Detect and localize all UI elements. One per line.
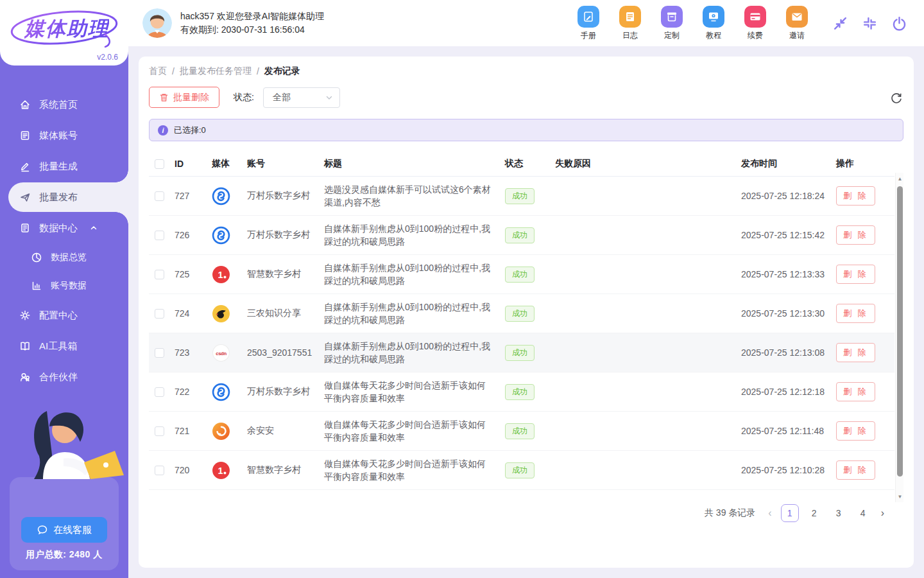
- table-row: 721余安安做自媒体每天花多少时间合适新手该如何平衡内容质量和效率成功2025-…: [149, 412, 894, 451]
- page-button-3[interactable]: 3: [830, 504, 848, 522]
- cell-publish-time: 2025-07-25 12:12:18: [736, 387, 831, 397]
- breadcrumb-separator: /: [172, 66, 175, 76]
- vertical-scrollbar[interactable]: ▲ ▼: [895, 173, 903, 502]
- delete-button[interactable]: 删 除: [836, 343, 875, 362]
- row-checkbox[interactable]: [155, 309, 164, 319]
- sidebar-item-账号数据[interactable]: 账号数据: [0, 272, 128, 299]
- logo-card: 媒体助理 v2.0.6: [0, 0, 128, 66]
- total-users-text: 用户总数: 2480 人: [10, 549, 119, 561]
- pagination: 共 39 条记录 ‹ 1234 ›: [149, 504, 903, 522]
- quick-action-日志[interactable]: 日志: [618, 6, 642, 41]
- sidebar-menu: 系统首页媒体账号批量生成批量发布数据中心数据总览账号数据配置中心AI工具箱合作伙…: [0, 90, 128, 392]
- table-row: 7251智慧数字乡村自媒体新手别焦虑从0到100粉的过程中,我踩过的坑和破局思路…: [149, 255, 894, 294]
- online-service-button[interactable]: 在线客服: [21, 517, 107, 543]
- quick-action-续费[interactable]: 续费: [743, 6, 767, 41]
- app-root: 媒体助理 v2.0.6 系统首页媒体账号批量生成批量发布数据中心数据总览账号数据…: [0, 0, 924, 578]
- status-select-value: 全部: [273, 92, 291, 103]
- sidebar-item-批量发布[interactable]: 批量发布: [8, 182, 128, 212]
- scroll-up-arrow[interactable]: ▲: [896, 174, 904, 183]
- renew-icon: [744, 6, 766, 28]
- breadcrumb-item-批量发布任务管理[interactable]: 批量发布任务管理: [180, 66, 252, 77]
- collapse-center-icon[interactable]: [862, 15, 878, 31]
- table-row: 723csdn2503_92017551自媒体新手别焦虑从0到100粉的过程中,…: [149, 333, 894, 372]
- batch-delete-button[interactable]: 批量删除: [149, 87, 219, 108]
- cell-publish-time: 2025-07-25 12:10:28: [736, 465, 831, 475]
- cell-title: 自媒体新手别焦虑从0到100粉的过程中,我踩过的坑和破局思路: [319, 222, 500, 248]
- breadcrumb-item-发布记录: 发布记录: [264, 66, 300, 77]
- quick-action-教程[interactable]: 教程: [701, 6, 726, 41]
- page-button-1[interactable]: 1: [781, 504, 799, 522]
- cell-id: 724: [169, 308, 207, 319]
- support-agent-illustration: [13, 406, 124, 488]
- manual-icon: [578, 6, 599, 28]
- cell-account: 万村乐数字乡村: [242, 386, 319, 398]
- prev-page-icon[interactable]: ‹: [767, 507, 773, 519]
- select-all-checkbox[interactable]: [155, 159, 164, 169]
- batch-generate-icon: [19, 161, 31, 172]
- row-checkbox[interactable]: [155, 270, 164, 279]
- delete-button[interactable]: 删 除: [836, 186, 875, 206]
- breadcrumb-separator: /: [257, 66, 259, 76]
- sidebar-item-配置中心[interactable]: 配置中心: [0, 301, 128, 330]
- sidebar-item-系统首页[interactable]: 系统首页: [0, 90, 128, 119]
- page-button-2[interactable]: 2: [805, 504, 823, 522]
- status-badge: 成功: [505, 227, 535, 243]
- main-area: hack357 欢迎您登录AI智能媒体助理 有效期到: 2030-07-31 1…: [128, 0, 924, 578]
- scroll-down-arrow[interactable]: ▼: [896, 492, 904, 501]
- svg-text:1: 1: [218, 466, 223, 476]
- media-icon-wancunle: [212, 226, 230, 245]
- delete-button[interactable]: 删 除: [836, 304, 875, 323]
- sidebar-item-label: 批量生成: [39, 161, 78, 173]
- trash-icon: [159, 92, 169, 102]
- quick-action-定制[interactable]: 定制: [660, 6, 684, 41]
- cell-account: 智慧数字乡村: [242, 268, 319, 280]
- batch-delete-label: 批量删除: [173, 92, 209, 103]
- status-badge: 成功: [505, 423, 535, 439]
- row-checkbox[interactable]: [155, 466, 164, 475]
- delete-button[interactable]: 删 除: [836, 421, 875, 441]
- sidebar-item-label: 账号数据: [51, 280, 87, 292]
- row-checkbox[interactable]: [155, 231, 164, 240]
- delete-button[interactable]: 删 除: [836, 225, 875, 245]
- row-checkbox[interactable]: [155, 387, 164, 397]
- sidebar-item-label: 合作伙伴: [39, 371, 78, 383]
- log-icon: [619, 6, 641, 28]
- cell-title: 自媒体新手别焦虑从0到100粉的过程中,我踩过的坑和破局思路: [319, 301, 500, 326]
- scrollbar-thumb[interactable]: [897, 186, 903, 477]
- sidebar-item-合作伙伴[interactable]: 合作伙伴: [0, 362, 128, 392]
- sidebar-item-媒体账号[interactable]: 媒体账号: [0, 121, 128, 150]
- status-badge: 成功: [505, 462, 535, 478]
- breadcrumb-item-首页[interactable]: 首页: [149, 66, 167, 77]
- quick-action-label: 手册: [581, 30, 596, 41]
- row-checkbox[interactable]: [155, 426, 164, 436]
- power-icon[interactable]: [891, 15, 907, 31]
- topbar: hack357 欢迎您登录AI智能媒体助理 有效期到: 2030-07-31 1…: [128, 0, 924, 46]
- refresh-icon[interactable]: [889, 91, 903, 105]
- sidebar-item-AI工具箱[interactable]: AI工具箱: [0, 331, 128, 361]
- sidebar-item-数据中心[interactable]: 数据中心: [0, 213, 128, 243]
- welcome-block: hack357 欢迎您登录AI智能媒体助理 有效期到: 2030-07-31 1…: [180, 10, 324, 37]
- data-center-icon: [19, 222, 31, 234]
- row-checkbox[interactable]: [155, 348, 164, 358]
- next-page-icon[interactable]: ›: [880, 507, 886, 519]
- cell-id: 722: [169, 387, 207, 397]
- sidebar-item-批量生成[interactable]: 批量生成: [0, 152, 128, 181]
- media-icon-bird: [212, 304, 230, 323]
- quick-action-邀请[interactable]: 邀请: [785, 6, 809, 41]
- row-checkbox[interactable]: [155, 191, 164, 201]
- status-select[interactable]: 全部: [263, 87, 340, 108]
- cell-title: 选题没灵感自媒体新手可以试试这6个素材渠道,内容不愁: [319, 183, 500, 209]
- sidebar-item-label: 配置中心: [39, 310, 78, 322]
- delete-button[interactable]: 删 除: [836, 265, 875, 284]
- cell-account: 余安安: [242, 425, 319, 437]
- cell-title: 自媒体新手别焦虑从0到100粉的过程中,我踩过的坑和破局思路: [319, 261, 500, 287]
- cell-title: 做自媒体每天花多少时间合适新手该如何平衡内容质量和效率: [319, 418, 500, 444]
- delete-button[interactable]: 删 除: [836, 460, 875, 480]
- quick-action-手册[interactable]: 手册: [576, 6, 601, 41]
- chevron-up-icon: [90, 224, 98, 232]
- user-avatar[interactable]: [142, 8, 172, 38]
- delete-button[interactable]: 删 除: [836, 382, 875, 401]
- collapse-diagonal-icon[interactable]: [832, 15, 848, 31]
- sidebar-item-数据总览[interactable]: 数据总览: [0, 244, 128, 271]
- page-button-4[interactable]: 4: [854, 504, 872, 522]
